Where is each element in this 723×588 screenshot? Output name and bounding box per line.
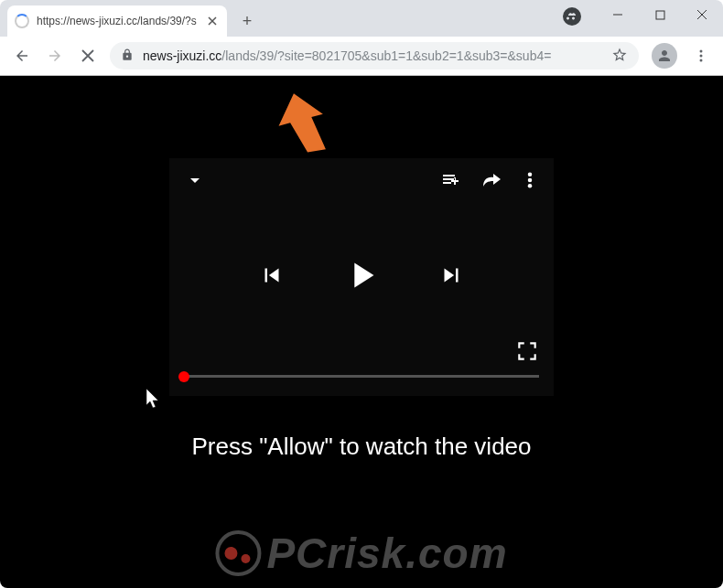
menu-button[interactable] <box>686 41 716 70</box>
fullscreen-icon[interactable] <box>515 339 539 367</box>
toolbar: news-jixuzi.cc/lands/39/?site=8021705&su… <box>0 37 723 75</box>
watermark-logo-icon <box>215 530 261 576</box>
window-controls <box>597 0 723 29</box>
maximize-button[interactable] <box>639 0 681 29</box>
more-vert-icon[interactable] <box>521 171 539 193</box>
url-domain: news-jixuzi.cc <box>143 48 221 63</box>
svg-point-4 <box>528 173 533 177</box>
progress-bar[interactable] <box>184 375 539 378</box>
bookmark-star-icon[interactable] <box>611 47 628 66</box>
browser-tab[interactable]: https://news-jixuzi.cc/lands/39/?s <box>7 5 227 37</box>
progress-handle[interactable] <box>178 371 189 382</box>
minimize-button[interactable] <box>597 0 639 29</box>
back-button[interactable] <box>7 41 37 70</box>
address-bar[interactable]: news-jixuzi.cc/lands/39/?site=8021705&su… <box>110 42 639 69</box>
tab-close-button[interactable] <box>205 14 220 28</box>
svg-point-5 <box>528 178 533 183</box>
play-icon[interactable] <box>340 254 383 300</box>
svg-point-2 <box>700 55 703 58</box>
loading-spinner-icon <box>15 14 29 28</box>
player-bottom <box>169 375 554 385</box>
tab-title: https://news-jixuzi.cc/lands/39/?s <box>37 15 205 27</box>
player-top-controls <box>169 169 554 195</box>
lock-icon <box>121 48 134 64</box>
url-text: news-jixuzi.cc/lands/39/?site=8021705&su… <box>143 48 611 63</box>
close-window-button[interactable] <box>681 0 723 29</box>
video-player <box>169 158 554 396</box>
cursor-pointer-icon <box>146 389 163 414</box>
queue-add-icon[interactable] <box>440 169 462 195</box>
chevron-down-icon[interactable] <box>184 169 206 195</box>
svg-point-3 <box>700 59 703 62</box>
page-content: Press "Allow" to watch the video PCrisk.… <box>0 76 723 588</box>
stop-reload-button[interactable] <box>73 41 103 70</box>
svg-point-1 <box>700 50 703 53</box>
watermark: PCrisk.com <box>215 529 507 578</box>
skip-next-icon[interactable] <box>437 262 465 293</box>
watermark-text: PCrisk.com <box>266 529 507 578</box>
player-center-controls <box>258 254 465 300</box>
forward-button[interactable] <box>40 41 70 70</box>
incognito-icon <box>563 7 581 26</box>
svg-point-6 <box>528 184 533 188</box>
annotation-arrow-icon <box>275 92 329 160</box>
browser-chrome: https://news-jixuzi.cc/lands/39/?s + <box>0 0 723 76</box>
svg-rect-0 <box>656 11 664 19</box>
skip-previous-icon[interactable] <box>258 262 286 293</box>
titlebar: https://news-jixuzi.cc/lands/39/?s + <box>0 0 723 37</box>
new-tab-button[interactable]: + <box>234 8 260 34</box>
profile-button[interactable] <box>652 43 677 69</box>
url-path: /lands/39/?site=8021705&sub1=1&sub2=1&su… <box>221 48 551 63</box>
player-top-right <box>440 169 539 195</box>
instruction-text: Press "Allow" to watch the video <box>191 433 531 461</box>
share-icon[interactable] <box>480 169 502 195</box>
